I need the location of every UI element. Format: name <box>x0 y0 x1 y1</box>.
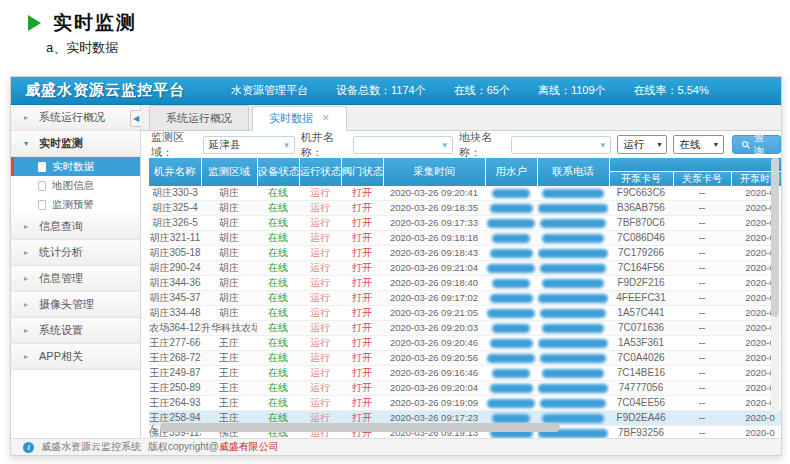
table-row[interactable]: 王庄268-72王庄在线运行打开2020-03-26 09:20:567C0A4… <box>149 350 781 365</box>
cell-well-name: 胡庄290-24 <box>149 260 201 275</box>
tab-realtime-data[interactable]: 实时数据✕ <box>252 106 347 131</box>
column-header-3: 运行状态 <box>299 158 341 186</box>
sidebar-item-app-related[interactable]: ▸APP相关 <box>11 344 140 370</box>
table-row[interactable]: 王庄249-87王庄在线运行打开2020-03-26 09:16:467C14B… <box>149 365 781 380</box>
cell-run-status: 运行 <box>299 230 341 245</box>
cell-device-status: 在线 <box>257 186 299 201</box>
table-row[interactable]: 王庄250-89王庄在线运行打开2020-03-26 09:20:0474777… <box>149 380 781 395</box>
table-row[interactable]: 胡庄330-3胡庄在线运行打开2020-03-26 09:20:41F9C663… <box>149 186 781 201</box>
chevron-right-icon: ▸ <box>24 113 32 122</box>
horizontal-scrollbar-track[interactable] <box>158 423 761 432</box>
sidebar-item-label: 统计分析 <box>39 245 83 260</box>
vertical-scrollbar[interactable] <box>771 158 779 414</box>
horizontal-scrollbar[interactable]: ‹ <box>151 422 761 432</box>
table-row[interactable]: 胡庄326-5胡庄在线运行打开2020-03-26 09:17:337BF870… <box>149 215 781 230</box>
sidebar-subitem-realtime-data[interactable]: 实时数据 <box>11 157 140 176</box>
table-row[interactable]: 胡庄325-4胡庄在线运行打开2020-03-26 09:18:35B36AB7… <box>149 200 781 215</box>
cell-open-card: 7C179266 <box>609 245 673 260</box>
run-state-select[interactable]: 运行 ▾ <box>617 135 667 154</box>
table-row[interactable]: 胡庄344-36胡庄在线运行打开2020-03-26 09:18:40F9D2F… <box>149 275 781 290</box>
cell-well-name: 胡庄334-48 <box>149 305 201 320</box>
cell-collect-time: 2020-03-26 09:19:09 <box>383 395 485 410</box>
cell-region: 胡庄 <box>201 245 257 260</box>
close-icon[interactable]: ✕ <box>322 114 330 123</box>
chevron-left-icon: ◀ <box>133 114 139 123</box>
scroll-left-arrow-icon[interactable]: ‹ <box>151 422 154 432</box>
horizontal-scrollbar-thumb[interactable] <box>160 423 560 432</box>
redacted-phone-blob <box>538 384 608 393</box>
table-row[interactable]: 王庄277-66王庄在线运行打开2020-03-26 09:20:461A53F… <box>149 335 781 350</box>
table-row[interactable]: 王庄264-93王庄在线运行打开2020-03-26 09:19:097C04E… <box>149 395 781 410</box>
cell-water-user <box>485 305 537 320</box>
sidebar-item-info-manage[interactable]: ▸信息管理 <box>11 266 140 292</box>
tab-system-overview[interactable]: 系统运行概况 <box>149 105 249 130</box>
cell-region: 胡庄 <box>201 230 257 245</box>
plot-select[interactable]: ▾ <box>511 136 611 154</box>
chevron-down-icon: ▾ <box>657 140 661 149</box>
cell-phone <box>537 215 609 230</box>
cell-region: 王庄 <box>201 350 257 365</box>
cell-open-card: 4FEEFC31 <box>609 290 673 305</box>
sidebar-item-camera-manage[interactable]: ▸摄像头管理 <box>11 292 140 318</box>
chevron-right-icon: ▸ <box>24 326 32 335</box>
sidebar-subitem-map-info[interactable]: 地图信息 <box>11 176 140 195</box>
sidebar-collapse-button[interactable]: ◀ <box>130 110 141 127</box>
chevron-down-icon: ▾ <box>284 140 289 150</box>
redacted-user-blob <box>487 309 535 318</box>
table-row[interactable]: 胡庄290-24胡庄在线运行打开2020-03-26 09:21:047C164… <box>149 260 781 275</box>
cell-device-status: 在线 <box>257 365 299 380</box>
sidebar-item-realtime-monitor[interactable]: ▾实时监测 <box>11 131 140 157</box>
table-row[interactable]: 农场364-128升华科技农场在线运行打开2020-03-26 09:20:03… <box>149 320 781 335</box>
cell-close-card: -- <box>673 305 731 320</box>
cell-phone <box>537 260 609 275</box>
cell-device-status: 在线 <box>257 245 299 260</box>
sidebar-subitem-monitor-warning[interactable]: 监测预警 <box>11 195 140 214</box>
sidebar-item-label: 系统设置 <box>39 323 83 338</box>
sidebar-item-system-settings[interactable]: ▸系统设置 <box>11 318 140 344</box>
sub-column-header-0: 开泵卡号 <box>609 171 673 186</box>
cell-water-user <box>485 200 537 215</box>
redacted-user-blob <box>490 204 533 213</box>
vertical-scrollbar-thumb[interactable] <box>771 158 779 317</box>
document-icon <box>38 162 46 172</box>
cell-phone <box>537 320 609 335</box>
cell-run-status: 运行 <box>299 335 341 350</box>
app-brand: 威盛水资源云监控平台 <box>25 81 185 100</box>
cell-open-card: 74777056 <box>609 380 673 395</box>
cell-water-user <box>485 245 537 260</box>
run-state-value: 运行 <box>623 138 644 152</box>
cell-region: 胡庄 <box>201 305 257 320</box>
cell-close-card: -- <box>673 200 731 215</box>
cell-valve-status: 打开 <box>341 186 383 201</box>
table-row[interactable]: 胡庄321-11胡庄在线运行打开2020-03-26 09:18:187C086… <box>149 230 781 245</box>
cell-well-name: 农场364-128 <box>149 320 201 335</box>
cell-region: 胡庄 <box>201 275 257 290</box>
chevron-right-icon: ▸ <box>24 300 32 309</box>
cell-run-status: 运行 <box>299 260 341 275</box>
cell-region: 胡庄 <box>201 186 257 201</box>
cell-collect-time: 2020-03-26 09:20:04 <box>383 380 485 395</box>
sidebar-item-info-query[interactable]: ▸信息查询 <box>11 214 140 240</box>
sidebar-item-system-overview[interactable]: ▸系统运行概况 <box>11 105 140 131</box>
table-row[interactable]: 胡庄334-48胡庄在线运行打开2020-03-26 09:21:051A57C… <box>149 305 781 320</box>
redacted-phone-blob <box>538 339 608 348</box>
table-row[interactable]: 胡庄305-18胡庄在线运行打开2020-03-26 09:18:437C179… <box>149 245 781 260</box>
well-select[interactable]: ▾ <box>353 136 453 154</box>
cell-run-status: 运行 <box>299 365 341 380</box>
search-button[interactable]: 查询 <box>732 135 781 154</box>
cell-device-status: 在线 <box>257 350 299 365</box>
cell-valve-status: 打开 <box>341 260 383 275</box>
cell-open-card: 7C164F56 <box>609 260 673 275</box>
cell-phone <box>537 350 609 365</box>
online-state-select[interactable]: 在线 ▾ <box>673 135 723 154</box>
table-row[interactable]: 胡庄345-37胡庄在线运行打开2020-03-26 09:17:024FEEF… <box>149 290 781 305</box>
sidebar-item-stats-analysis[interactable]: ▸统计分析 <box>11 240 140 266</box>
column-group-header <box>609 158 781 171</box>
sub-column-header-1: 关泵卡号 <box>673 171 731 186</box>
cell-water-user <box>485 186 537 201</box>
region-select[interactable]: 延津县 ▾ <box>203 136 295 154</box>
cell-valve-status: 打开 <box>341 380 383 395</box>
cell-open-card: B36AB756 <box>609 200 673 215</box>
cell-phone <box>537 245 609 260</box>
cell-phone <box>537 275 609 290</box>
